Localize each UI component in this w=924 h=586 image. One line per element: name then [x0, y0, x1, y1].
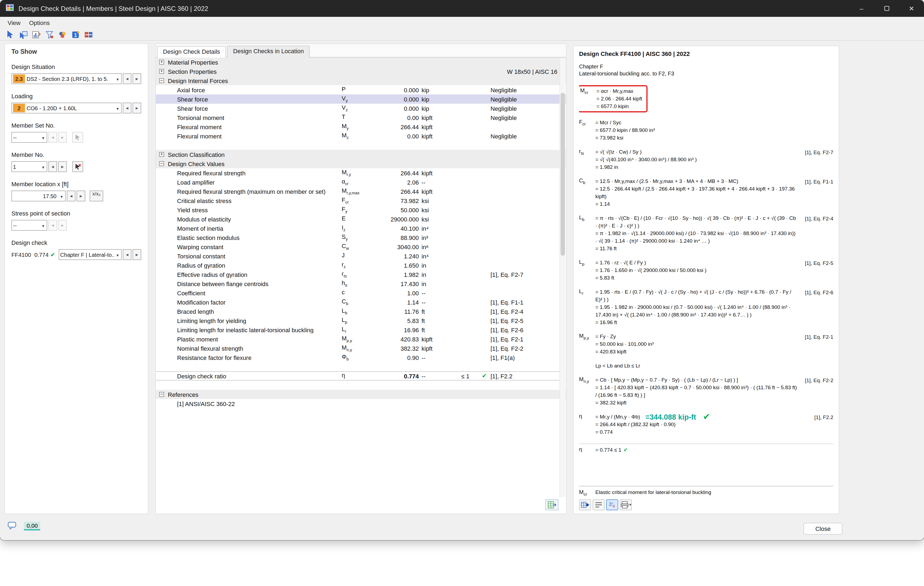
- design-situation-select[interactable]: 2.3 DS2 - Section 2.3 (LRFD), 1. to 5.: [12, 73, 122, 84]
- next-loading-button[interactable]: [132, 103, 141, 114]
- formula-list-icon[interactable]: [592, 499, 605, 510]
- table-row[interactable]: +Material Properties: [156, 58, 566, 67]
- table-row[interactable]: Elastic section modulus Sy 88.900 in³: [156, 233, 566, 242]
- previous-design-check-button[interactable]: [123, 249, 132, 260]
- table-row[interactable]: Yield stress Fy 50.000 ksi: [156, 205, 566, 214]
- table-row[interactable]: Moment of inertia Iz 40.100 in⁴: [156, 224, 566, 233]
- table-row[interactable]: [156, 362, 566, 371]
- row-description-text: Design Check Values: [168, 160, 224, 167]
- next-stress-point-button[interactable]: [58, 220, 67, 231]
- show-values-icon[interactable]: 3=4: [606, 499, 618, 510]
- table-row[interactable]: Load amplifier αcr 2.06 --: [156, 178, 566, 187]
- filter-icon[interactable]: [43, 29, 55, 40]
- pick-member-button[interactable]: [72, 161, 83, 172]
- table-row[interactable]: Modulus of elasticity E 29000.000 ksi: [156, 214, 566, 224]
- table-row[interactable]: −References: [156, 390, 566, 399]
- next-member-button[interactable]: [58, 161, 67, 172]
- table-row[interactable]: Effective radius of gyration rts 1.982 i…: [156, 270, 566, 279]
- units-icon[interactable]: [82, 29, 94, 40]
- comment-bubble-icon[interactable]: [8, 522, 17, 532]
- table-row[interactable]: Required flexural strength (maximum on m…: [156, 187, 566, 196]
- table-row[interactable]: Braced length Lb 11.76 ft [1], Eq. F2-4: [156, 307, 566, 316]
- table-row[interactable]: Resistance factor for flexure Φb 0.90 --…: [156, 353, 566, 362]
- select-arrow-icon[interactable]: [4, 29, 16, 40]
- stress-point-select[interactable]: --: [12, 220, 47, 231]
- table-row[interactable]: Warping constant Cw 3040.00 in⁶: [156, 242, 566, 251]
- table-row[interactable]: Design check ratio η 0.774 -- ≤ 1 ✔ [1],…: [156, 371, 566, 380]
- send-to-table-button[interactable]: [545, 499, 558, 510]
- previous-stress-point-button[interactable]: [48, 220, 57, 231]
- table-row[interactable]: Plastic moment Mp,y 420.83 kipft [1], Eq…: [156, 334, 566, 344]
- table-row[interactable]: +Section Properties W 18x50 | AISC 16: [156, 67, 566, 76]
- table-row[interactable]: Torsional constant J 1.240 in⁴: [156, 251, 566, 260]
- color-scheme-icon[interactable]: [56, 29, 68, 40]
- table-row[interactable]: [156, 141, 566, 150]
- next-design-situation-button[interactable]: [132, 73, 141, 84]
- print-menu-caret-icon[interactable]: ▾: [629, 503, 631, 507]
- table-row[interactable]: Critical elastic stress Fcr 73.982 ksi: [156, 196, 566, 205]
- table-row[interactable]: Modification factor Cb 1.14 -- [1], Eq. …: [156, 298, 566, 307]
- x-relative-toggle-button[interactable]: x/x₀: [90, 191, 104, 201]
- table-row[interactable]: −Design Internal Forces: [156, 76, 566, 85]
- table-scrollbar[interactable]: [559, 58, 566, 497]
- formula-symbol: [579, 362, 596, 370]
- table-row[interactable]: Limiting length for inelastic lateral-to…: [156, 325, 566, 334]
- tree-expander-icon[interactable]: +: [159, 152, 164, 157]
- previous-member-button[interactable]: [48, 161, 57, 172]
- close-window-button[interactable]: ✕: [899, 0, 924, 17]
- table-row[interactable]: Torsional moment T 0.00 kipft Negligible: [156, 113, 566, 122]
- design-check-select[interactable]: Chapter F | Lateral-to...: [58, 249, 122, 260]
- transfer-results-icon[interactable]: [579, 499, 591, 510]
- tree-expander-icon[interactable]: −: [159, 161, 164, 166]
- menu-view[interactable]: View: [3, 18, 25, 27]
- table-row[interactable]: Radius of gyration rz 1.650 in: [156, 260, 566, 270]
- title-bar: Design Check Details | Members | Steel D…: [0, 0, 924, 17]
- previous-loading-button[interactable]: [123, 103, 132, 114]
- menu-options[interactable]: Options: [25, 18, 54, 27]
- table-row[interactable]: Axial force P 0.000 kip Negligible: [156, 85, 566, 94]
- tree-expander-icon[interactable]: +: [159, 60, 164, 64]
- table-row[interactable]: Nominal flexural strength Mn,y 382.32 ki…: [156, 344, 566, 353]
- formula-main: Fcr = Mcr / Syc = 6577.0 kipin / 88.900 …: [579, 119, 833, 142]
- maximize-button[interactable]: [874, 0, 899, 17]
- member-no-select[interactable]: 1: [12, 161, 47, 172]
- previous-location-button[interactable]: [67, 191, 76, 201]
- table-row[interactable]: +Section Classification: [156, 150, 566, 159]
- tree-expander-icon[interactable]: −: [159, 78, 164, 83]
- select-window-icon[interactable]: [17, 29, 29, 40]
- result-diagram-icon[interactable]: [30, 29, 42, 40]
- table-row[interactable]: [1] ANSI/AISC 360-22: [156, 399, 566, 408]
- table-row[interactable]: Flexural moment My 266.44 kipft: [156, 122, 566, 132]
- previous-member-set-button[interactable]: [48, 132, 57, 143]
- member-location-input[interactable]: 17.50: [12, 191, 66, 201]
- tree-expander-icon[interactable]: −: [159, 392, 164, 397]
- formula-block: Lp < Lb and Lb ≤ Lr: [579, 362, 833, 370]
- row-unit: in⁴: [419, 253, 461, 259]
- table-row[interactable]: Limiting length for yielding Lp 5.83 ft …: [156, 316, 566, 325]
- tab[interactable]: Design Checks in Location: [227, 46, 310, 58]
- formula-symbol: η: [579, 413, 596, 436]
- next-location-button[interactable]: [77, 191, 85, 201]
- formula-block: Fcr = Mcr / Syc = 6577.0 kipin / 88.900 …: [579, 119, 833, 142]
- next-member-set-button[interactable]: [58, 132, 67, 143]
- pick-member-set-button[interactable]: [72, 132, 83, 143]
- table-row[interactable]: Shear force Vy 0.000 kip Negligible: [156, 94, 566, 104]
- next-design-check-button[interactable]: [132, 249, 141, 260]
- tree-expander-icon[interactable]: +: [159, 69, 164, 74]
- object-info-icon[interactable]: 1: [69, 29, 81, 40]
- table-row[interactable]: Coefficient c 1.00 --: [156, 288, 566, 298]
- minimize-button[interactable]: –: [849, 0, 874, 17]
- loading-select[interactable]: 2 CO6 - 1.20D + 1.60L: [12, 103, 122, 114]
- table-row[interactable]: Distance between flange centroids ho 17.…: [156, 279, 566, 288]
- table-row[interactable]: Flexural moment Mz 0.00 kipft Negligible: [156, 132, 566, 141]
- table-row[interactable]: [156, 380, 566, 390]
- previous-design-situation-button[interactable]: [123, 73, 132, 84]
- table-row[interactable]: Required flexural strength Mr,y 266.44 k…: [156, 168, 566, 178]
- tab[interactable]: Design Check Details: [157, 46, 226, 58]
- close-dialog-button[interactable]: Close: [804, 523, 843, 535]
- table-row[interactable]: Shear force Vz 0.000 kip Negligible: [156, 104, 566, 113]
- table-row[interactable]: −Design Check Values: [156, 159, 566, 168]
- scrollbar-thumb[interactable]: [561, 93, 565, 256]
- member-set-select[interactable]: --: [12, 132, 47, 143]
- print-icon[interactable]: ▾: [620, 499, 632, 510]
